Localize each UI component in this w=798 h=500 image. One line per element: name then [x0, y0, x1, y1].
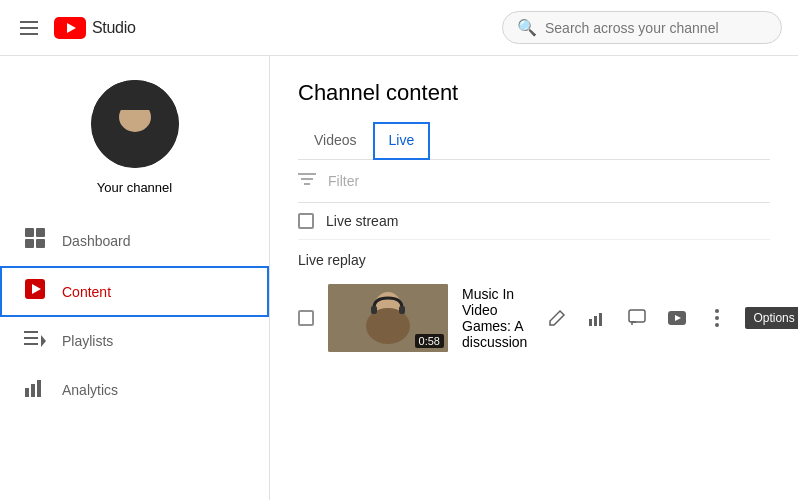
svg-rect-21: [371, 306, 377, 314]
video-actions: Options: [541, 302, 798, 334]
sidebar-item-dashboard[interactable]: Dashboard: [0, 215, 269, 266]
svg-rect-24: [594, 316, 597, 326]
options-tooltip: Options: [745, 307, 798, 329]
page-title: Channel content: [298, 80, 770, 106]
live-stream-label: Live stream: [326, 213, 398, 229]
channel-label: Your channel: [97, 180, 172, 195]
analytics-button[interactable]: [581, 302, 613, 334]
video-title: Music In Video Games: A discussion: [462, 286, 527, 350]
live-replay-section-label: Live replay: [298, 240, 770, 276]
svg-rect-2: [25, 228, 34, 237]
svg-marker-11: [41, 335, 46, 347]
avatar: [91, 80, 179, 168]
tabs: Videos Live: [298, 122, 770, 160]
video-checkbox[interactable]: [298, 310, 314, 326]
content-icon: [24, 278, 46, 305]
svg-rect-14: [37, 380, 41, 397]
header: Studio 🔍: [0, 0, 798, 56]
search-icon: 🔍: [517, 18, 537, 37]
main-layout: Your channel Dashboard: [0, 56, 798, 500]
filter-bar: Filter: [298, 160, 770, 203]
header-left: Studio: [16, 17, 136, 39]
main-content: Channel content Videos Live Filter: [270, 56, 798, 500]
svg-point-30: [715, 316, 719, 320]
svg-point-29: [715, 309, 719, 313]
logo-area: Studio: [54, 17, 136, 39]
svg-rect-22: [399, 306, 405, 314]
svg-point-31: [715, 323, 719, 327]
svg-rect-4: [25, 239, 34, 248]
edit-button[interactable]: [541, 302, 573, 334]
comments-button[interactable]: [621, 302, 653, 334]
sidebar-nav: Dashboard Content: [0, 215, 269, 415]
analytics-icon: [24, 376, 46, 403]
youtube-icon: [54, 17, 86, 39]
playlists-label: Playlists: [62, 333, 113, 349]
filter-label: Filter: [328, 173, 359, 189]
sidebar: Your channel Dashboard: [0, 56, 270, 500]
filter-icon: [298, 172, 316, 190]
svg-rect-13: [31, 384, 35, 397]
sidebar-item-analytics[interactable]: Analytics: [0, 364, 269, 415]
svg-rect-3: [36, 228, 45, 237]
svg-rect-23: [589, 319, 592, 326]
svg-rect-25: [599, 313, 602, 326]
dashboard-icon: [24, 227, 46, 254]
svg-rect-5: [36, 239, 45, 248]
sidebar-item-playlists[interactable]: Playlists: [0, 317, 269, 364]
live-stream-row: Live stream: [298, 203, 770, 240]
tab-live[interactable]: Live: [373, 122, 431, 160]
sidebar-item-content[interactable]: Content: [0, 266, 269, 317]
svg-rect-26: [629, 310, 645, 322]
video-thumbnail: 0:58: [328, 284, 448, 352]
studio-logo-text: Studio: [92, 19, 136, 37]
avatar-image: [91, 80, 179, 168]
hamburger-menu[interactable]: [16, 17, 42, 39]
dashboard-label: Dashboard: [62, 233, 131, 249]
search-bar[interactable]: 🔍: [502, 11, 782, 44]
search-input[interactable]: [545, 20, 767, 36]
tab-videos[interactable]: Videos: [298, 122, 373, 160]
analytics-label: Analytics: [62, 382, 118, 398]
svg-rect-12: [25, 388, 29, 397]
video-row: 0:58 Music In Video Games: A discussion: [298, 276, 770, 360]
video-duration: 0:58: [415, 334, 444, 348]
more-options-button[interactable]: [701, 302, 733, 334]
youtube-button[interactable]: [661, 302, 693, 334]
live-stream-checkbox[interactable]: [298, 213, 314, 229]
playlists-icon: [24, 329, 46, 352]
content-label: Content: [62, 284, 111, 300]
